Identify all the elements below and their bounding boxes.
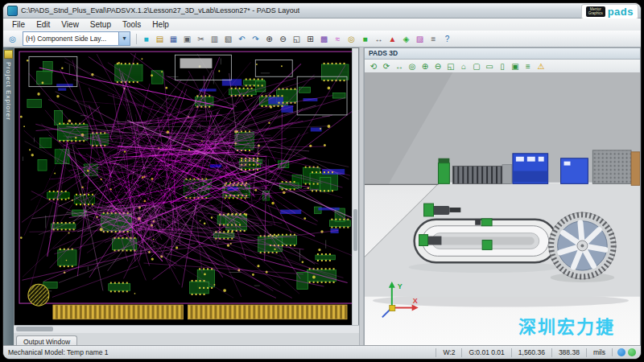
help-icon[interactable]: ? (441, 33, 453, 45)
toolbar-icons: ■▤▦▣✂▥▧↶↷⊕⊖◱⊞▩≈◎■↔▲◈▨≡? (140, 33, 453, 45)
status-coord-y: 388.38 (551, 348, 586, 357)
status-indicator-green[interactable] (628, 348, 636, 356)
axis-x-label: X (413, 297, 418, 305)
menu-edit[interactable]: Edit (31, 19, 56, 31)
warning-icon[interactable]: ⚠ (535, 61, 547, 72)
pcb-2d-canvas[interactable] (14, 47, 359, 326)
pcb-vertical-scrollbar[interactable] (352, 48, 358, 325)
zoom-out-icon[interactable]: ⊖ (432, 61, 444, 72)
open-icon[interactable]: ▤ (154, 33, 166, 45)
zoom-in-icon[interactable]: ⊕ (263, 33, 275, 45)
component-icon[interactable]: ■ (359, 33, 371, 45)
rotate-left-icon[interactable]: ⟲ (368, 61, 379, 72)
menu-tools[interactable]: Tools (117, 19, 147, 31)
layer-selector-combo[interactable]: (H) Component Side Lay... ▾ (23, 31, 130, 46)
orbit-icon[interactable]: ◎ (407, 61, 418, 72)
menu-view[interactable]: View (56, 19, 85, 31)
save-icon[interactable]: ▦ (167, 33, 180, 45)
menu-bar: FileEditViewSetupToolsHelp (3, 19, 641, 31)
cut-icon[interactable]: ✂ (195, 33, 207, 45)
pads-3d-panel: PADS 3D ⟲⟳↔◎⊕⊖◱⌂▢▭▯▣≡⚠ (364, 47, 641, 346)
main-toolbar: ◎ (H) Component Side Lay... ▾ ■▤▦▣✂▥▧↶↷⊕… (3, 31, 641, 47)
edge-connector (53, 305, 347, 319)
status-units: mils (586, 348, 612, 357)
zoom-out-icon[interactable]: ⊖ (277, 33, 289, 45)
route-icon[interactable]: ≈ (332, 33, 344, 45)
menu-file[interactable]: File (6, 19, 31, 31)
chevron-down-icon[interactable]: ▾ (118, 32, 130, 45)
settings-icon[interactable]: ≡ (522, 61, 534, 72)
status-grid: G:0.01 0.01 (461, 348, 510, 357)
mentor-graphics-logo: Mentor Graphics (586, 6, 605, 18)
pads-3d-title[interactable]: PADS 3D (365, 48, 640, 60)
top-view-icon[interactable]: ▢ (471, 61, 482, 72)
copy-icon[interactable]: ▥ (208, 33, 221, 45)
undo-icon[interactable]: ↶ (236, 33, 248, 45)
title-bar: C:\PADS_Stnd_Plus_Eval\PADSVX.1.2\Lesson… (3, 3, 641, 19)
zoom-fit-icon[interactable]: ◱ (291, 33, 303, 45)
home-view-icon[interactable]: ⌂ (458, 61, 469, 72)
redo-icon[interactable]: ↷ (250, 33, 262, 45)
status-indicators (612, 348, 641, 356)
toolbar-separator (136, 34, 137, 44)
axis-y-label: Y (398, 282, 402, 290)
pcb-vscroll-thumb[interactable] (353, 209, 357, 251)
zoom-fit-icon[interactable]: ◱ (445, 61, 456, 72)
project-explorer-label: Project Explorer (5, 62, 12, 121)
snapshot-icon[interactable]: ▣ (510, 61, 521, 72)
via-icon[interactable]: ◎ (345, 33, 357, 45)
brand-logos: Mentor Graphics pads (581, 4, 638, 19)
paste-icon[interactable]: ▧ (222, 33, 234, 45)
pads-3d-viewport[interactable]: Y X (365, 72, 640, 345)
app-icon (7, 6, 18, 16)
mounting-hole (28, 284, 49, 306)
grid-icon[interactable]: ⊞ (304, 33, 316, 45)
print-icon[interactable]: ▣ (181, 33, 193, 45)
layers-icon[interactable]: ▩ (318, 33, 330, 45)
options-icon[interactable]: ≡ (427, 33, 440, 45)
project-explorer-icon (4, 50, 13, 59)
pan-icon[interactable]: ↔ (394, 61, 405, 72)
pcb-layout-area: Output Window (14, 47, 359, 346)
pcb-hscroll-thumb[interactable] (16, 327, 53, 331)
view3d-icon[interactable]: ◈ (400, 33, 412, 45)
layer-color-swatch[interactable]: ■ (140, 33, 152, 45)
pcb-2d-drawing (14, 48, 358, 325)
status-coord-x: 1,560.36 (511, 348, 551, 357)
colors-icon[interactable]: ▨ (414, 33, 426, 45)
world-icon[interactable]: ◎ (6, 33, 19, 45)
layer-selector-value: (H) Component Side Lay... (23, 35, 118, 43)
rotate-right-icon[interactable]: ⟳ (381, 61, 392, 72)
status-width: W:2 (436, 348, 461, 357)
menu-setup[interactable]: Setup (85, 19, 117, 31)
measure-icon[interactable]: ↔ (373, 33, 385, 45)
watermark-text: 深圳宏力捷 (518, 312, 615, 338)
work-area: Project Explorer (3, 47, 641, 346)
project-explorer-tab[interactable]: Project Explorer (3, 47, 14, 346)
status-bar: Mechanical Model: Temp name 1 W:2 G:0.01… (3, 345, 641, 359)
bottom-tab-row: Output Window (14, 333, 359, 346)
mentor-logo-line2: Graphics (588, 12, 603, 16)
conveyor-track (409, 219, 561, 273)
menu-help[interactable]: Help (147, 19, 175, 31)
drc-icon[interactable]: ▲ (386, 33, 398, 45)
pcb-horizontal-scrollbar[interactable] (14, 325, 359, 333)
pads-3d-scene: Y X (365, 72, 640, 345)
application-window: C:\PADS_Stnd_Plus_Eval\PADSVX.1.2\Lesson… (2, 2, 642, 360)
pads-logo: pads (608, 6, 634, 18)
front-view-icon[interactable]: ▭ (484, 61, 495, 72)
status-indicator-blue[interactable] (617, 348, 625, 356)
status-model: Mechanical Model: Temp name 1 (3, 348, 436, 356)
toolbar-pre-icons: ◎ (6, 33, 19, 45)
zoom-in-icon[interactable]: ⊕ (419, 61, 431, 72)
window-title: C:\PADS_Stnd_Plus_Eval\PADSVX.1.2\Lesson… (21, 6, 299, 14)
side-view-icon[interactable]: ▯ (497, 61, 508, 72)
